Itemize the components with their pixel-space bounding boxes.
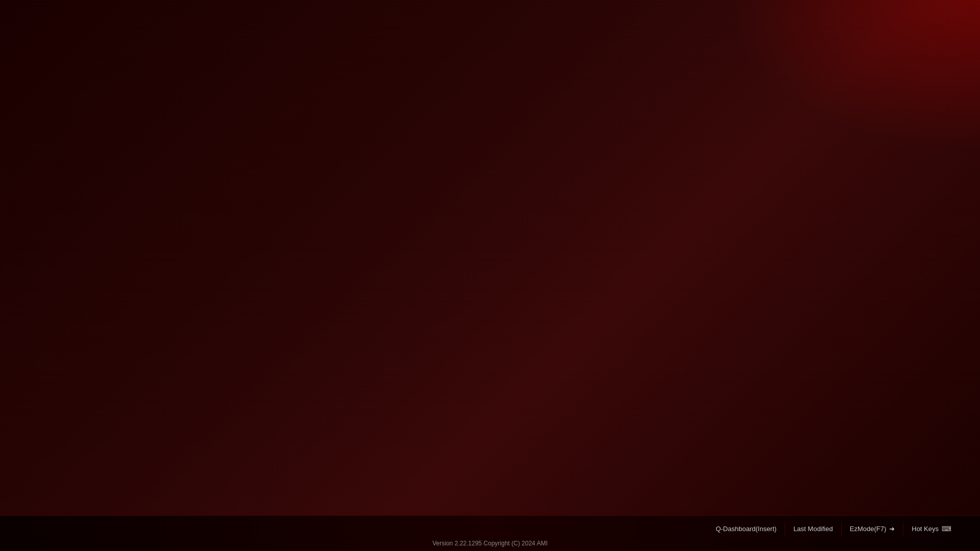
footer-last-modified-label: Last Modified bbox=[793, 525, 832, 533]
footer-q-dashboard[interactable]: Q-Dashboard(Insert) bbox=[707, 522, 785, 536]
footer: Q-Dashboard(Insert) Last Modified EzMode… bbox=[0, 515, 980, 551]
footer-hot-keys-label: Hot Keys bbox=[912, 525, 939, 533]
footer-hot-keys[interactable]: Hot Keys ⌨ bbox=[903, 522, 960, 536]
footer-ez-mode-label: EzMode(F7) bbox=[850, 525, 887, 533]
footer-q-dashboard-label: Q-Dashboard(Insert) bbox=[716, 525, 776, 533]
arrow-right-icon: ➜ bbox=[889, 525, 895, 533]
footer-buttons: Q-Dashboard(Insert) Last Modified EzMode… bbox=[707, 522, 960, 536]
footer-last-modified[interactable]: Last Modified bbox=[785, 522, 841, 536]
keyboard-icon: ⌨ bbox=[942, 525, 951, 533]
footer-version: Version 2.22.1295 Copyright (C) 2024 AMI bbox=[432, 540, 547, 547]
footer-ez-mode[interactable]: EzMode(F7) ➜ bbox=[842, 522, 904, 536]
